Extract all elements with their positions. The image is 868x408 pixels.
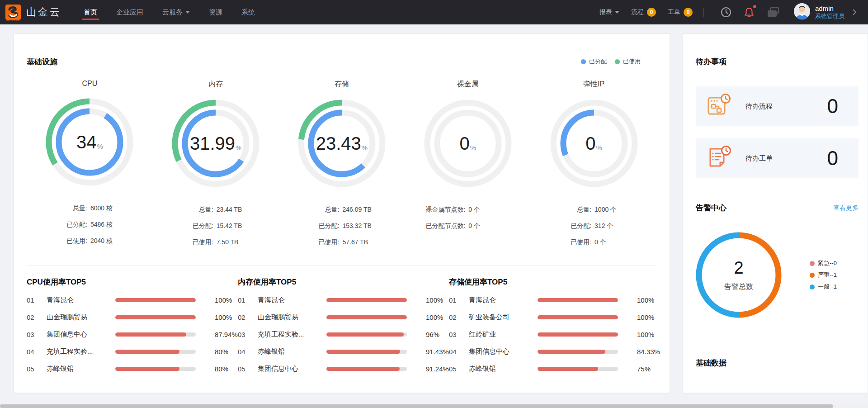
legend-item-0[interactable]: 已分配: [581, 57, 607, 66]
legend-item-1[interactable]: 已使用: [615, 57, 641, 66]
top5-bar: [115, 350, 179, 354]
horizontal-scrollbar-thumb[interactable]: [0, 404, 833, 408]
top5-rank: 04: [449, 348, 469, 356]
top5-bar: [326, 298, 407, 302]
top5-block-0: CPU使用率TOP501青海昆仑100%02山金瑞鹏贸易100%03集团信息中心…: [27, 277, 229, 377]
alarm-total-value: 2: [734, 258, 743, 278]
notification-dot: [753, 5, 756, 8]
top5-bar: [326, 332, 404, 337]
alarm-view-more-link[interactable]: 查看更多: [833, 204, 859, 212]
stat-value: 15.42 TB: [217, 218, 262, 234]
stat-value: 0 个: [468, 218, 514, 234]
stat-label: 已使用:: [548, 234, 591, 250]
top5-rank: 01: [27, 296, 47, 304]
top5-block-1: 内存使用率TOP501青海昆仑100%02山金瑞鹏贸易100%03充填工程实验.…: [238, 277, 440, 377]
top5-rows: 01青海昆仑100%02山金瑞鹏贸易100%03充填工程实验...96%04赤峰…: [238, 291, 440, 377]
top5-name: 矿业装备公司: [469, 313, 538, 322]
ticket-menu[interactable]: 工单0: [668, 8, 693, 17]
top5-percent: 100%: [215, 313, 232, 321]
todo-item-1[interactable]: 待办工单0: [696, 138, 859, 178]
gauge-row: CPU 34%总量:6000 核已分配:5486 核已使用:2040 核内存 3…: [27, 80, 657, 250]
top5-bar-track: [538, 367, 618, 371]
top5-row: 05赤峰银铅75%: [449, 360, 651, 377]
horizontal-scrollbar-track[interactable]: [0, 404, 868, 408]
briefcase-icon[interactable]: [766, 6, 780, 18]
nav-item-home[interactable]: 首页: [84, 0, 97, 24]
top5-percent: 91.24%: [426, 365, 449, 373]
top5-bar: [538, 332, 618, 337]
top5-row: 03充填工程实验...96%: [238, 326, 440, 343]
top5-row: 03集团信息中心87.94%: [27, 326, 229, 343]
top5-name: 山金瑞鹏贸易: [258, 313, 326, 322]
top5-name: 赤峰银铅: [469, 365, 538, 373]
nav-item-enterprise-apps[interactable]: 企业应用: [116, 0, 143, 24]
alarm-legend-label: 紧急--0: [818, 259, 837, 267]
stat-label: 已分配:: [296, 218, 339, 234]
top5-bar: [326, 367, 400, 371]
todo-item-0[interactable]: 待办流程0: [696, 86, 859, 126]
nav-item-cloud-services[interactable]: 云服务: [162, 0, 190, 24]
top5-name: 青海昆仑: [258, 296, 326, 304]
process-menu[interactable]: 流程0: [631, 8, 656, 17]
top5-row: 03红岭矿业100%: [449, 326, 651, 343]
legend-label: 已使用: [623, 57, 641, 66]
gauge-stat-line: 总量:23.44 TB: [170, 201, 262, 218]
top5-bar: [538, 298, 618, 302]
gauge-center-value: 31.99%: [171, 99, 260, 188]
top5-section: CPU使用率TOP501青海昆仑100%02山金瑞鹏贸易100%03集团信息中心…: [27, 266, 657, 377]
gauge-percent-unit: %: [470, 144, 476, 152]
user-menu[interactable]: admin 系统管理员: [793, 3, 858, 22]
top5-row: 05赤峰银铅80%: [27, 360, 229, 377]
alarm-legend-item-0[interactable]: 紧急--0: [810, 259, 837, 267]
top5-bar-track: [326, 298, 407, 302]
navbar-right: 报表 流程0 工单0 admin 系统管理员: [588, 3, 858, 22]
user-role[interactable]: 系统管理员: [815, 13, 844, 20]
gauge-stat-line: 已分配:15.42 TB: [170, 218, 262, 234]
legend-dot: [581, 59, 586, 64]
gauge-donut-chart: 23.43%: [297, 99, 386, 188]
gauge-percent-unit: %: [236, 144, 241, 152]
top5-percent: 96%: [426, 331, 439, 338]
stat-value: 312 个: [594, 218, 640, 234]
stat-label: 已使用:: [296, 234, 339, 250]
workorder-clock-icon: [706, 144, 732, 172]
gauge-title: 裸金属: [457, 80, 479, 89]
nav-item-resources[interactable]: 资源: [209, 0, 222, 24]
process-clock-icon: [706, 92, 732, 120]
top5-bar: [115, 332, 186, 337]
report-menu[interactable]: 报表: [599, 8, 619, 16]
gauge-legend: 已分配已使用: [573, 57, 641, 66]
stat-value: 6000 核: [90, 200, 136, 216]
stat-label: 已分配节点数:: [422, 218, 465, 234]
gauge-stat-line: 已分配节点数:0 个: [422, 218, 514, 234]
top5-row: 05集团信息中心91.24%: [238, 360, 440, 377]
history-clock-icon[interactable]: [720, 6, 732, 18]
top5-row: 04赤峰银铅91.43%: [238, 343, 440, 360]
caret-down-icon: [615, 11, 619, 14]
brand-logo[interactable]: SD-GOLD 山金云: [5, 5, 61, 20]
gauge-stats: 总量:23.44 TB已分配:15.42 TB已使用:7.50 TB: [170, 201, 262, 250]
top5-row: 01青海昆仑100%: [27, 291, 229, 308]
gauge-center-value: 0%: [424, 99, 512, 188]
top5-row: 02矿业装备公司100%: [449, 308, 651, 326]
gauge-percent: 31.99: [190, 133, 235, 154]
alarm-legend-label: 一般--1: [818, 283, 837, 291]
top5-bar-track: [115, 315, 196, 319]
top5-percent: 80%: [215, 348, 228, 356]
top5-rank: 01: [449, 296, 469, 304]
stat-label: 总量:: [296, 201, 339, 218]
process-count-badge: 0: [647, 8, 656, 17]
alarm-legend-item-2[interactable]: 一般--1: [810, 283, 837, 291]
nav-item-system[interactable]: 系统: [241, 0, 255, 24]
top5-bar: [115, 298, 196, 302]
top5-bar-track: [326, 350, 407, 354]
top5-bar: [538, 315, 618, 319]
gauge-stat-line: 已使用:57.67 TB: [296, 234, 387, 250]
gauge-percent-unit: %: [97, 142, 103, 150]
gauge-percent-unit: %: [362, 144, 368, 152]
bell-icon[interactable]: [744, 6, 755, 18]
stat-value: 5486 核: [90, 216, 136, 232]
top5-rank: 02: [27, 313, 47, 321]
top5-name: 山金瑞鹏贸易: [47, 313, 115, 322]
alarm-legend-item-1[interactable]: 严重--1: [810, 271, 837, 279]
